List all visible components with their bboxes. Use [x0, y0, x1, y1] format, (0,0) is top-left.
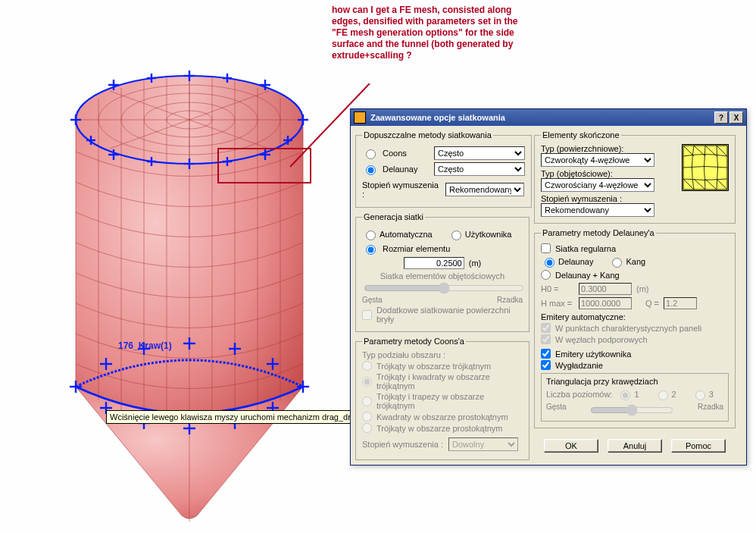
titlebar-close-button[interactable]: X [729, 111, 743, 124]
h0-input [579, 283, 632, 295]
ok-button[interactable]: OK [544, 439, 598, 453]
fe-surftype-select[interactable]: Czworokąty 4-węzłowe [541, 153, 654, 167]
mesh-options-dialog: Zaawansowane opcje siatkowania ? X Dopus… [350, 108, 747, 466]
coons-opt2-label: Trójkąty i kwadraty w obszarze trójkątny… [376, 372, 523, 390]
generation-legend: Generacja siatki [362, 212, 425, 221]
element-size-unit: (m) [469, 259, 482, 268]
coons-opt3-label: Trójkąty i trapezy w obszarze trójkątnym [376, 392, 523, 410]
coons-opt4-radio [362, 412, 372, 422]
emit-panels-checkbox [541, 323, 551, 333]
fe-force-label: Stopień wymuszenia : [541, 194, 673, 203]
user-emitters-label: Emitery użytkownika [555, 350, 631, 359]
dialog-titlebar[interactable]: Zaawansowane opcje siatkowania ? X [351, 109, 746, 126]
edge-slider-dense: Gęsta [546, 403, 567, 418]
annotation-highlight-box [217, 148, 311, 183]
fe-voltype-select[interactable]: Czworościany 4-węzłowe [541, 178, 654, 192]
delaunay-params-group: Parametry metody Delauney'a Siatka regul… [534, 228, 736, 428]
level2-radio [658, 390, 668, 400]
edge-triangulation-box: Triangulacja przy krawędziach Liczba poz… [541, 373, 729, 422]
methods-force-label: Stopień wymuszenia : [362, 180, 441, 199]
vol-slider-dense: Gęsta [362, 296, 383, 304]
fe-voltype-label: Typ (objętościowe): [541, 169, 673, 178]
volumetric-slider [364, 282, 524, 294]
coons-params-group: Parametry metody Coons'a Typ podziału ob… [355, 337, 530, 460]
level2-label: 2 [672, 390, 676, 399]
delaunay-method-label: Delaunay [558, 257, 593, 266]
gen-size-label: Rozmiar elementu [383, 244, 450, 253]
smoothing-checkbox[interactable] [541, 360, 551, 370]
fe-legend: Elementy skończone [541, 130, 621, 140]
vol-slider-sparse: Rzadka [497, 296, 523, 304]
delaunay-params-legend: Parametry metody Delauney'a [541, 228, 656, 237]
emit-supports-checkbox [541, 334, 551, 344]
hmax-label: H max = [541, 299, 574, 308]
edge-tri-label: Triangulacja przy krawędziach [546, 377, 723, 386]
delaunay-method-radio[interactable] [545, 258, 555, 268]
gen-auto-label: Automatyczna [380, 230, 433, 239]
volumetric-label: Siatka elementów objętościowych [362, 271, 523, 281]
fe-surftype-label: Typ (powierzchniowe): [541, 144, 673, 153]
coons-type-label: Typ podziału obszaru : [362, 350, 523, 359]
h0-unit: (m) [636, 284, 649, 293]
extra-surfacing-checkbox [362, 310, 372, 320]
coons-opt5-radio [362, 423, 372, 433]
emit-supports-label: W węzłach podporowych [555, 335, 648, 344]
gen-auto-radio[interactable] [366, 230, 376, 240]
coons-opt3-radio [362, 397, 372, 406]
edge-density-slider [590, 404, 673, 416]
svg-point-13 [167, 111, 212, 129]
q-input [664, 297, 697, 309]
coons-opt2-radio [362, 377, 372, 387]
regular-mesh-label: Siatka regularna [555, 244, 616, 253]
delaunay-label: Delaunay [383, 165, 430, 174]
h0-label: H0 = [541, 284, 574, 293]
svg-point-12 [144, 102, 235, 137]
cancel-button[interactable]: Anuluj [608, 439, 662, 453]
coons-params-legend: Parametry metody Coons'a [362, 337, 466, 346]
drag-drop-tooltip: Wciśnięcie lewego klawisza myszy uruchom… [106, 410, 364, 424]
regular-mesh-checkbox[interactable] [541, 243, 551, 253]
delaunay-kang-radio[interactable] [541, 270, 551, 280]
gen-user-label: Użytkownika [465, 230, 512, 239]
svg-point-10 [98, 85, 280, 155]
element-size-input[interactable] [404, 257, 464, 269]
svg-point-11 [121, 93, 258, 146]
coons-radio[interactable] [366, 149, 376, 159]
dialog-button-row: OK Anuluj Pomoc [534, 433, 736, 460]
titlebar-help-button[interactable]: ? [714, 111, 728, 124]
user-emitters-checkbox[interactable] [541, 349, 551, 359]
kang-method-radio[interactable] [612, 258, 622, 268]
methods-force-select[interactable]: Rekomendowany [445, 183, 524, 196]
level1-label: 1 [634, 390, 639, 399]
emitters-auto-label: Emitery automatyczne: [541, 312, 729, 321]
level3-label: 3 [709, 390, 714, 399]
help-button[interactable]: Pomoc [671, 439, 726, 453]
gen-user-radio[interactable] [451, 230, 461, 240]
svg-line-16 [110, 91, 269, 149]
levels-label: Liczba poziomów: [546, 390, 612, 399]
edge-slider-sparse: Rzadka [698, 403, 723, 418]
generation-group: Generacja siatki Automatyczna Użytkownik… [355, 212, 530, 332]
fe-force-select[interactable]: Rekomendowany [541, 203, 654, 217]
edge-label: 176_Kraw(1) [118, 340, 172, 351]
coons-frequency-select[interactable]: Często [434, 146, 525, 160]
gen-size-radio[interactable] [366, 245, 376, 255]
delaunay-kang-label: Delaunay + Kang [555, 271, 620, 280]
kang-method-label: Kang [626, 257, 645, 266]
coons-opt1-label: Trójkąty w obszarze trójkątnym [376, 362, 491, 371]
methods-legend: Dopuszczalne metody siatkowania [362, 130, 493, 140]
dialog-title: Zaawansowane opcje siatkowania [370, 113, 505, 122]
smoothing-label: Wygładzanie [555, 361, 603, 370]
annotation-text: how can I get a FE mesh, consisted along… [332, 5, 529, 61]
methods-group: Dopuszczalne metody siatkowania Coons Cz… [355, 130, 532, 208]
coons-opt4-label: Kwadraty w obszarze prostokątnym [376, 412, 508, 422]
delaunay-radio[interactable] [366, 165, 376, 175]
coons-force-select: Dowolny [448, 437, 518, 451]
fe-group: Elementy skończone Typ (powierzchniowe):… [534, 130, 736, 224]
app-icon [354, 111, 366, 124]
q-label: Q = [645, 299, 659, 308]
silo-mesh [45, 30, 333, 523]
extra-surfacing-label: Dodatkowe siatkowanie powierzchni bryły [376, 306, 523, 324]
delaunay-frequency-select[interactable]: Często [434, 162, 525, 176]
coons-opt5-label: Trójkąty w obszarze prostokątnym [376, 424, 502, 433]
